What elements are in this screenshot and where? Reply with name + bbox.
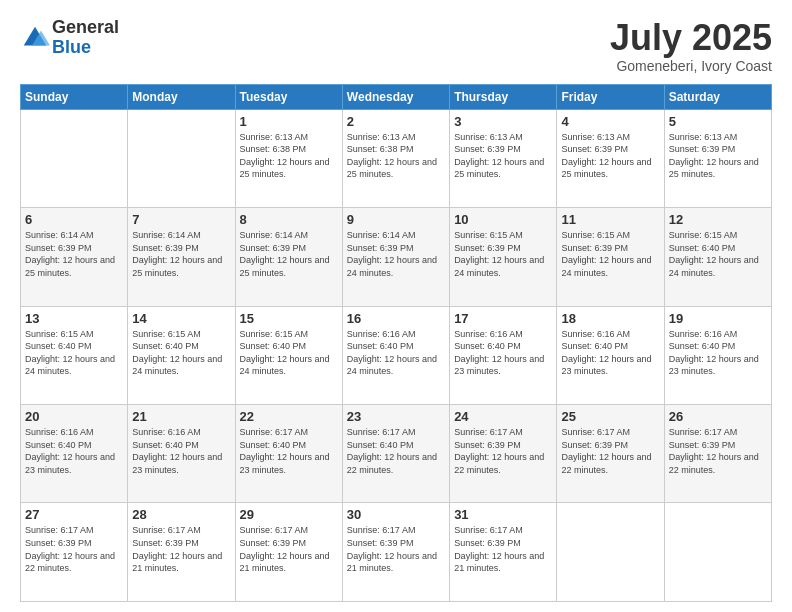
day-number: 13: [25, 311, 123, 326]
calendar-week-row: 6Sunrise: 6:14 AM Sunset: 6:39 PM Daylig…: [21, 208, 772, 306]
calendar-day-cell: 21Sunrise: 6:16 AM Sunset: 6:40 PM Dayli…: [128, 405, 235, 503]
day-number: 2: [347, 114, 445, 129]
day-info: Sunrise: 6:13 AM Sunset: 6:38 PM Dayligh…: [240, 131, 338, 181]
calendar-day-cell: [128, 109, 235, 207]
calendar-day-cell: 15Sunrise: 6:15 AM Sunset: 6:40 PM Dayli…: [235, 306, 342, 404]
day-number: 22: [240, 409, 338, 424]
calendar-day-cell: 20Sunrise: 6:16 AM Sunset: 6:40 PM Dayli…: [21, 405, 128, 503]
logo: General Blue: [20, 18, 119, 58]
weekday-header: Saturday: [664, 84, 771, 109]
calendar-week-row: 13Sunrise: 6:15 AM Sunset: 6:40 PM Dayli…: [21, 306, 772, 404]
calendar-day-cell: 26Sunrise: 6:17 AM Sunset: 6:39 PM Dayli…: [664, 405, 771, 503]
day-info: Sunrise: 6:16 AM Sunset: 6:40 PM Dayligh…: [669, 328, 767, 378]
calendar-day-cell: 22Sunrise: 6:17 AM Sunset: 6:40 PM Dayli…: [235, 405, 342, 503]
day-number: 8: [240, 212, 338, 227]
calendar-day-cell: 28Sunrise: 6:17 AM Sunset: 6:39 PM Dayli…: [128, 503, 235, 602]
calendar-day-cell: 4Sunrise: 6:13 AM Sunset: 6:39 PM Daylig…: [557, 109, 664, 207]
calendar-day-cell: 2Sunrise: 6:13 AM Sunset: 6:38 PM Daylig…: [342, 109, 449, 207]
logo-general: General: [52, 18, 119, 38]
day-number: 6: [25, 212, 123, 227]
calendar-day-cell: 8Sunrise: 6:14 AM Sunset: 6:39 PM Daylig…: [235, 208, 342, 306]
logo-blue: Blue: [52, 38, 119, 58]
calendar-day-cell: 1Sunrise: 6:13 AM Sunset: 6:38 PM Daylig…: [235, 109, 342, 207]
weekday-header: Thursday: [450, 84, 557, 109]
weekday-header: Friday: [557, 84, 664, 109]
day-info: Sunrise: 6:17 AM Sunset: 6:40 PM Dayligh…: [347, 426, 445, 476]
day-info: Sunrise: 6:17 AM Sunset: 6:39 PM Dayligh…: [454, 426, 552, 476]
day-info: Sunrise: 6:13 AM Sunset: 6:39 PM Dayligh…: [561, 131, 659, 181]
calendar-day-cell: 10Sunrise: 6:15 AM Sunset: 6:39 PM Dayli…: [450, 208, 557, 306]
header: General Blue July 2025 Gomeneberi, Ivory…: [20, 18, 772, 74]
day-info: Sunrise: 6:16 AM Sunset: 6:40 PM Dayligh…: [25, 426, 123, 476]
calendar-day-cell: 13Sunrise: 6:15 AM Sunset: 6:40 PM Dayli…: [21, 306, 128, 404]
calendar-day-cell: [557, 503, 664, 602]
calendar-week-row: 27Sunrise: 6:17 AM Sunset: 6:39 PM Dayli…: [21, 503, 772, 602]
calendar-day-cell: 25Sunrise: 6:17 AM Sunset: 6:39 PM Dayli…: [557, 405, 664, 503]
logo-text: General Blue: [52, 18, 119, 58]
day-info: Sunrise: 6:16 AM Sunset: 6:40 PM Dayligh…: [347, 328, 445, 378]
day-info: Sunrise: 6:17 AM Sunset: 6:39 PM Dayligh…: [669, 426, 767, 476]
calendar-day-cell: 18Sunrise: 6:16 AM Sunset: 6:40 PM Dayli…: [557, 306, 664, 404]
day-number: 19: [669, 311, 767, 326]
day-number: 16: [347, 311, 445, 326]
calendar-day-cell: 31Sunrise: 6:17 AM Sunset: 6:39 PM Dayli…: [450, 503, 557, 602]
day-number: 9: [347, 212, 445, 227]
calendar-day-cell: 14Sunrise: 6:15 AM Sunset: 6:40 PM Dayli…: [128, 306, 235, 404]
day-info: Sunrise: 6:15 AM Sunset: 6:40 PM Dayligh…: [132, 328, 230, 378]
day-info: Sunrise: 6:14 AM Sunset: 6:39 PM Dayligh…: [25, 229, 123, 279]
day-number: 17: [454, 311, 552, 326]
calendar-day-cell: 3Sunrise: 6:13 AM Sunset: 6:39 PM Daylig…: [450, 109, 557, 207]
day-number: 10: [454, 212, 552, 227]
weekday-header: Wednesday: [342, 84, 449, 109]
calendar-day-cell: 29Sunrise: 6:17 AM Sunset: 6:39 PM Dayli…: [235, 503, 342, 602]
day-number: 29: [240, 507, 338, 522]
day-number: 23: [347, 409, 445, 424]
calendar-header-row: SundayMondayTuesdayWednesdayThursdayFrid…: [21, 84, 772, 109]
calendar-day-cell: 9Sunrise: 6:14 AM Sunset: 6:39 PM Daylig…: [342, 208, 449, 306]
day-number: 15: [240, 311, 338, 326]
weekday-header: Monday: [128, 84, 235, 109]
day-number: 1: [240, 114, 338, 129]
day-info: Sunrise: 6:17 AM Sunset: 6:39 PM Dayligh…: [240, 524, 338, 574]
day-info: Sunrise: 6:16 AM Sunset: 6:40 PM Dayligh…: [454, 328, 552, 378]
weekday-header: Sunday: [21, 84, 128, 109]
day-info: Sunrise: 6:17 AM Sunset: 6:39 PM Dayligh…: [454, 524, 552, 574]
calendar-day-cell: 16Sunrise: 6:16 AM Sunset: 6:40 PM Dayli…: [342, 306, 449, 404]
calendar-day-cell: 24Sunrise: 6:17 AM Sunset: 6:39 PM Dayli…: [450, 405, 557, 503]
calendar-day-cell: 30Sunrise: 6:17 AM Sunset: 6:39 PM Dayli…: [342, 503, 449, 602]
logo-icon: [20, 23, 50, 53]
calendar-day-cell: 23Sunrise: 6:17 AM Sunset: 6:40 PM Dayli…: [342, 405, 449, 503]
location-subtitle: Gomeneberi, Ivory Coast: [610, 58, 772, 74]
calendar-day-cell: 6Sunrise: 6:14 AM Sunset: 6:39 PM Daylig…: [21, 208, 128, 306]
day-number: 14: [132, 311, 230, 326]
day-info: Sunrise: 6:13 AM Sunset: 6:39 PM Dayligh…: [669, 131, 767, 181]
calendar-week-row: 20Sunrise: 6:16 AM Sunset: 6:40 PM Dayli…: [21, 405, 772, 503]
calendar-day-cell: 7Sunrise: 6:14 AM Sunset: 6:39 PM Daylig…: [128, 208, 235, 306]
day-number: 18: [561, 311, 659, 326]
day-info: Sunrise: 6:15 AM Sunset: 6:40 PM Dayligh…: [240, 328, 338, 378]
day-info: Sunrise: 6:17 AM Sunset: 6:39 PM Dayligh…: [561, 426, 659, 476]
day-info: Sunrise: 6:15 AM Sunset: 6:40 PM Dayligh…: [25, 328, 123, 378]
day-number: 5: [669, 114, 767, 129]
day-info: Sunrise: 6:17 AM Sunset: 6:39 PM Dayligh…: [347, 524, 445, 574]
calendar-day-cell: [664, 503, 771, 602]
day-info: Sunrise: 6:15 AM Sunset: 6:39 PM Dayligh…: [454, 229, 552, 279]
day-info: Sunrise: 6:15 AM Sunset: 6:39 PM Dayligh…: [561, 229, 659, 279]
day-number: 7: [132, 212, 230, 227]
weekday-header: Tuesday: [235, 84, 342, 109]
day-info: Sunrise: 6:14 AM Sunset: 6:39 PM Dayligh…: [240, 229, 338, 279]
calendar-table: SundayMondayTuesdayWednesdayThursdayFrid…: [20, 84, 772, 602]
calendar-day-cell: 12Sunrise: 6:15 AM Sunset: 6:40 PM Dayli…: [664, 208, 771, 306]
calendar-day-cell: 11Sunrise: 6:15 AM Sunset: 6:39 PM Dayli…: [557, 208, 664, 306]
calendar-day-cell: [21, 109, 128, 207]
day-number: 28: [132, 507, 230, 522]
day-number: 12: [669, 212, 767, 227]
page: General Blue July 2025 Gomeneberi, Ivory…: [0, 0, 792, 612]
day-info: Sunrise: 6:13 AM Sunset: 6:38 PM Dayligh…: [347, 131, 445, 181]
day-info: Sunrise: 6:13 AM Sunset: 6:39 PM Dayligh…: [454, 131, 552, 181]
calendar-day-cell: 17Sunrise: 6:16 AM Sunset: 6:40 PM Dayli…: [450, 306, 557, 404]
day-info: Sunrise: 6:17 AM Sunset: 6:40 PM Dayligh…: [240, 426, 338, 476]
title-block: July 2025 Gomeneberi, Ivory Coast: [610, 18, 772, 74]
day-number: 26: [669, 409, 767, 424]
day-info: Sunrise: 6:16 AM Sunset: 6:40 PM Dayligh…: [561, 328, 659, 378]
